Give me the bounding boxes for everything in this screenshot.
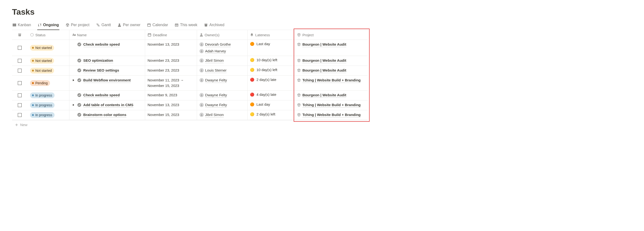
project-cell[interactable]: Tching | Website Build + Branding (294, 76, 368, 90)
owners-cell[interactable]: Jibril Simon (197, 110, 248, 120)
tab-label: Per project (71, 23, 90, 27)
table-row[interactable]: PendingBuild Webflow environmentNovember… (12, 76, 368, 90)
owner-chip[interactable]: Jibril Simon (200, 58, 224, 63)
project-cell[interactable]: Bourgeon | Website Audit (294, 56, 368, 65)
column-header-project[interactable]: Project (294, 30, 368, 40)
row-checkbox[interactable] (18, 93, 22, 97)
task-name[interactable]: SEO optimization (84, 58, 113, 63)
tab-archived[interactable]: Archived (204, 21, 225, 30)
status-cell[interactable]: Not started (28, 66, 70, 75)
lateness-cell[interactable]: 🟠Last day (248, 100, 294, 110)
task-name[interactable]: Brainstorm color options (84, 112, 126, 117)
row-checkbox[interactable] (18, 69, 22, 72)
owners-cell[interactable]: Jibril Simon (197, 56, 248, 65)
project-chip[interactable]: Bourgeon | Website Audit (297, 58, 346, 63)
name-cell[interactable]: Brainstorm color options (70, 110, 145, 120)
project-chip[interactable]: Bourgeon | Website Audit (297, 42, 346, 47)
owner-chip[interactable]: Louis Sterner (200, 68, 226, 73)
row-checkbox[interactable] (18, 103, 22, 107)
table-row[interactable]: In progressAdd table of contents in CMSN… (12, 100, 368, 110)
table-row[interactable]: Not startedReview SEO settingsNovember 2… (12, 66, 368, 76)
name-cell[interactable]: Review SEO settings (70, 66, 145, 75)
project-chip[interactable]: Tching | Website Build + Branding (297, 102, 360, 108)
page-title: Tasks (12, 7, 368, 16)
task-name[interactable]: Check website speed (84, 92, 120, 98)
owner-chip[interactable]: Dwayne Felty (200, 78, 227, 83)
owner-chip[interactable]: Jibril Simon (200, 112, 224, 117)
project-cell[interactable]: Bourgeon | Website Audit (294, 90, 368, 100)
row-checkbox[interactable] (18, 113, 22, 117)
deadline-cell[interactable]: November 13, 2023 (145, 100, 197, 110)
name-cell[interactable]: SEO optimization (70, 56, 145, 65)
table-row[interactable]: In progressBrainstorm color optionsNovem… (12, 110, 368, 120)
task-name[interactable]: Add table of contents in CMS (84, 102, 133, 108)
deadline-cell[interactable]: November 9, 2023 (145, 90, 197, 100)
lateness-cell[interactable]: 🔴2 day(s) late (248, 76, 294, 90)
status-cell[interactable]: Not started (28, 56, 70, 65)
name-cell[interactable]: Check website speed (70, 40, 145, 56)
row-checkbox[interactable] (18, 59, 22, 63)
new-row-button[interactable]: New (12, 120, 368, 129)
column-header-lateness[interactable]: Lateness (248, 30, 294, 40)
owners-cell[interactable]: Dwayne Felty (197, 100, 248, 110)
project-chip[interactable]: Bourgeon | Website Audit (297, 92, 346, 98)
deadline-cell[interactable]: November 13, 2023 (145, 40, 197, 56)
owners-cell[interactable]: Dwayne Felty (197, 90, 248, 100)
deadline-cell[interactable]: November 11, 2023 → November 15, 2023 (145, 76, 197, 90)
project-cell[interactable]: Bourgeon | Website Audit (294, 40, 368, 56)
project-chip[interactable]: Bourgeon | Website Audit (297, 68, 346, 73)
name-cell[interactable]: Check website speed (70, 90, 145, 100)
status-cell[interactable]: In progress (28, 110, 70, 120)
name-cell[interactable]: Build Webflow environment (70, 76, 145, 90)
row-checkbox[interactable] (18, 81, 22, 85)
owner-chip[interactable]: Dwayne Felty (200, 92, 227, 98)
status-label: Not started (35, 68, 52, 73)
owners-cell[interactable]: Dwayne Felty (197, 76, 248, 90)
owner-chip[interactable]: Dwayne Felty (200, 102, 227, 108)
row-checkbox[interactable] (18, 46, 22, 50)
deadline-cell[interactable]: November 23, 2023 (145, 66, 197, 75)
project-cell[interactable]: Bourgeon | Website Audit (294, 66, 368, 75)
column-header-status[interactable]: Status (28, 30, 70, 40)
table-row[interactable]: In progressCheck website speedNovember 9… (12, 90, 368, 100)
name-cell[interactable]: Add table of contents in CMS (70, 100, 145, 110)
task-name[interactable]: Check website speed (84, 42, 120, 47)
column-header-owners[interactable]: Owner(s) (197, 30, 248, 40)
tab-ongoing[interactable]: Ongoing (37, 21, 59, 30)
owner-chip[interactable]: Devorah Grothe (200, 42, 231, 47)
lateness-cell[interactable]: 🟡2 day(s) left (248, 110, 294, 120)
status-cell[interactable]: Pending (28, 76, 70, 90)
tab-gantt[interactable]: Gantt (96, 21, 111, 30)
tab-per-project[interactable]: Per project (65, 21, 90, 30)
column-header-name[interactable]: Name (70, 30, 145, 40)
status-cell[interactable]: Not started (28, 40, 70, 56)
tab-calendar[interactable]: Calendar (146, 21, 168, 30)
task-name[interactable]: Build Webflow environment (84, 78, 131, 83)
status-cell[interactable]: In progress (28, 100, 70, 110)
table-row[interactable]: Not startedSEO optimizationNovember 23, … (12, 56, 368, 66)
status-cell[interactable]: In progress (28, 90, 70, 100)
tab-this-week[interactable]: This week (174, 21, 198, 30)
project-chip[interactable]: Tching | Website Build + Branding (297, 112, 360, 117)
owners-cell[interactable]: Louis Sterner (197, 66, 248, 75)
expand-toggle[interactable] (72, 79, 75, 81)
lateness-cell[interactable]: 🟡10 day(s) left (248, 56, 294, 65)
project-cell[interactable]: Tching | Website Build + Branding (294, 100, 368, 110)
project-cell[interactable]: Tching | Website Build + Branding (294, 110, 368, 120)
column-header-deadline[interactable]: Deadline (145, 30, 197, 40)
table-row[interactable]: Not startedCheck website speedNovember 1… (12, 40, 368, 56)
lateness-cell[interactable]: 🟡10 day(s) left (248, 66, 294, 75)
status-label: Not started (35, 58, 52, 63)
owners-cell[interactable]: Devorah GrotheAdah Harvey (197, 40, 248, 56)
expand-toggle[interactable] (72, 104, 75, 106)
deadline-cell[interactable]: November 15, 2023 (145, 110, 197, 120)
deadline-cell[interactable]: November 23, 2023 (145, 56, 197, 65)
tab-kanban[interactable]: Kanban (12, 21, 32, 30)
avatar (200, 78, 204, 82)
project-chip[interactable]: Tching | Website Build + Branding (297, 78, 360, 83)
lateness-cell[interactable]: 🔴4 day(s) late (248, 90, 294, 100)
tab-per-owner[interactable]: Per owner (117, 21, 141, 30)
owner-chip[interactable]: Adah Harvey (200, 48, 231, 54)
lateness-cell[interactable]: 🟠Last day (248, 40, 294, 56)
task-name[interactable]: Review SEO settings (84, 68, 119, 73)
